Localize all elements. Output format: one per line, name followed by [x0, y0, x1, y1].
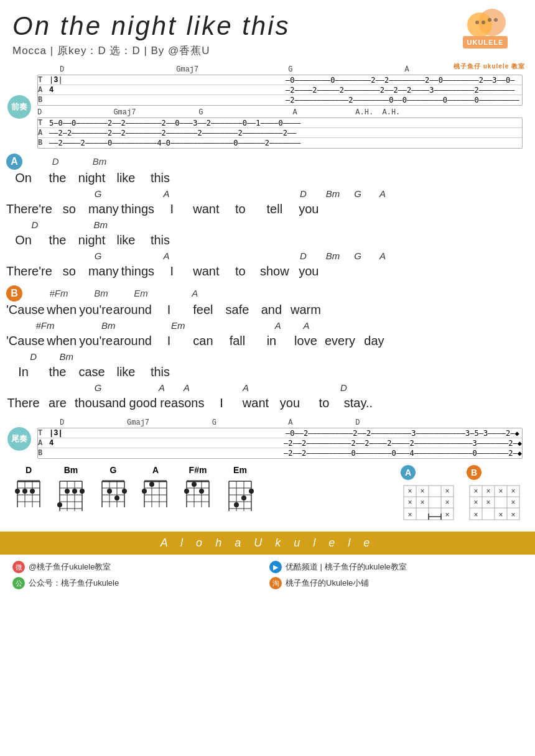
- chord-diagram-em: Em: [224, 465, 256, 516]
- svg-point-16: [15, 489, 20, 494]
- word-so-2: so: [52, 264, 86, 279]
- word-to-2: to: [223, 264, 258, 279]
- svg-point-2: [488, 18, 491, 22]
- svg-text:×: ×: [420, 487, 424, 496]
- svg-point-42: [122, 489, 127, 494]
- section-marker-b: B: [6, 285, 22, 302]
- word-this-2: this: [143, 233, 177, 247]
- lyric-row-b2: 'Cause when you're around I can fall in …: [6, 334, 529, 351]
- intro-tab-1: T |3| —0————————0————————2——2————————2——…: [37, 75, 523, 106]
- section-marker-a: A: [6, 154, 22, 170]
- intro-section: 前奏 D Gmaj7 G A T |3| —0————————0————————…: [37, 65, 523, 149]
- word-on-2: On: [6, 233, 40, 247]
- chord-row-b2: #Fm Bm Em A A: [6, 320, 529, 334]
- lyric-row-a1: On the night like this: [6, 171, 529, 188]
- word-the-1: the: [40, 171, 75, 185]
- lyric-row-b3: In the case like this: [6, 365, 529, 382]
- footer-text-taobao: 桃子鱼仔的Ukulele小铺: [286, 578, 369, 589]
- outro-section: 尾奏 D Gmaj7 G A D T |3| —0——2——————————2—…: [37, 418, 523, 459]
- footer-tagline: A l o h a U k u l e l e: [0, 532, 535, 555]
- intro-chords-1: D Gmaj7 G A: [37, 65, 523, 74]
- svg-text:×: ×: [486, 487, 490, 496]
- svg-point-51: [142, 489, 147, 494]
- footer-link-taobao[interactable]: 淘 桃子鱼仔的Ukulele小铺: [269, 577, 523, 589]
- song-title: On the night like this: [12, 11, 523, 41]
- footer-link-weibo[interactable]: 微 @桃子鱼仔ukulele教室: [12, 561, 266, 573]
- word-night-1: night: [75, 171, 109, 185]
- svg-text:×: ×: [511, 510, 515, 519]
- word-things-2: things: [121, 264, 155, 279]
- svg-point-29: [65, 489, 70, 494]
- lyrics-section-a: A D Bm On the night like this G A D Bm G…: [6, 154, 529, 282]
- word-things-1: things: [121, 202, 155, 216]
- lyric-row-b1: 'Cause when you're around I feel safe an…: [6, 303, 529, 320]
- chord-diagram-a: A: [139, 465, 172, 511]
- intro-tab-2: T 5—0——0———————2——2————————2——0———3——2——…: [37, 118, 523, 149]
- svg-text:×: ×: [473, 510, 478, 519]
- word-like-1: like: [109, 171, 143, 185]
- taobao-icon: 淘: [269, 577, 282, 589]
- svg-text:×: ×: [420, 498, 424, 507]
- footer-links: 微 @桃子鱼仔ukulele教室 ▶ 优酷频道 | 桃子鱼仔的ukulele教室…: [0, 555, 535, 596]
- bottom-section: D Bm: [12, 465, 523, 525]
- word-night-2: night: [75, 233, 109, 247]
- svg-text:×: ×: [486, 498, 490, 507]
- svg-point-74: [241, 496, 246, 500]
- section-a-header: A D Bm: [6, 154, 529, 170]
- footer-text-youku: 优酷频道 | 桃子鱼仔的ukulele教室: [286, 561, 407, 573]
- word-tell-1: tell: [258, 202, 292, 216]
- footer-link-youku[interactable]: ▶ 优酷频道 | 桃子鱼仔的ukulele教室: [269, 561, 523, 573]
- footer-link-wechat[interactable]: 公 公众号：桃子鱼仔ukulele: [12, 577, 266, 589]
- outro-label: 尾奏: [7, 427, 31, 451]
- lyric-row-a3: On the night like this: [6, 233, 529, 251]
- footer-text-wechat: 公众号：桃子鱼仔ukulele: [29, 578, 119, 589]
- svg-text:×: ×: [498, 510, 503, 519]
- wechat-icon: 公: [12, 577, 25, 589]
- song-meta: Mocca | 原key：D 选：D | By @香蕉U: [12, 44, 523, 58]
- strum-pattern-b: B × × × × × × × × × ×: [467, 465, 523, 525]
- chord-diagram-bm: Bm: [55, 465, 87, 516]
- svg-text:×: ×: [445, 498, 449, 507]
- word-so-1: so: [52, 202, 86, 216]
- svg-point-40: [107, 489, 112, 494]
- word-you-2: you: [292, 264, 326, 279]
- chord-row-b4: G A A A D: [6, 382, 529, 396]
- word-want-2: want: [189, 264, 223, 279]
- outro-chords: D Gmaj7 G A D: [37, 418, 523, 427]
- outro-tab: T |3| —0——2——————————2——2—————————3—————…: [37, 428, 523, 459]
- youku-icon: ▶: [269, 561, 282, 573]
- chord-diagram-g: G: [97, 465, 129, 511]
- word-many-2: many: [86, 264, 121, 279]
- svg-text:UKULELE: UKULELE: [467, 39, 504, 46]
- svg-text:×: ×: [407, 487, 412, 496]
- svg-text:×: ×: [511, 498, 515, 507]
- svg-text:×: ×: [407, 498, 412, 507]
- svg-text:×: ×: [407, 510, 412, 519]
- chord-row-a4: G A D Bm G A: [6, 251, 529, 264]
- svg-point-28: [57, 502, 62, 507]
- svg-point-63: [199, 489, 204, 494]
- logo-svg: UKULELE: [454, 5, 516, 58]
- word-like-2: like: [109, 233, 143, 247]
- intro-chords-2: D Gmaj7 G A A.H. A.H.: [37, 108, 523, 117]
- svg-point-62: [192, 482, 197, 487]
- chord-diagram-d: D: [12, 465, 45, 511]
- chord-line-a1: D Bm: [26, 156, 106, 167]
- svg-point-3: [494, 18, 498, 22]
- logo-area: UKULELE 桃子鱼仔 ukulele 教室: [454, 5, 525, 71]
- header: On the night like this Mocca | 原key：D 选：…: [0, 0, 535, 63]
- svg-point-75: [249, 489, 254, 494]
- chord-diagram-fm: F#m: [182, 465, 214, 511]
- lyric-row-a2: There're so many things I want to tell y…: [6, 202, 529, 219]
- word-the-2: the: [40, 233, 75, 247]
- word-theres-1: There're: [6, 202, 52, 216]
- svg-point-17: [22, 489, 27, 494]
- svg-point-1: [467, 12, 492, 37]
- svg-point-61: [184, 489, 189, 494]
- svg-point-4: [475, 21, 479, 24]
- svg-text:×: ×: [498, 487, 503, 496]
- word-want-1: want: [189, 202, 223, 216]
- chord-row-a3: D Bm: [6, 219, 529, 233]
- footer-text-weibo: @桃子鱼仔ukulele教室: [29, 561, 111, 573]
- word-this-1: this: [143, 171, 177, 185]
